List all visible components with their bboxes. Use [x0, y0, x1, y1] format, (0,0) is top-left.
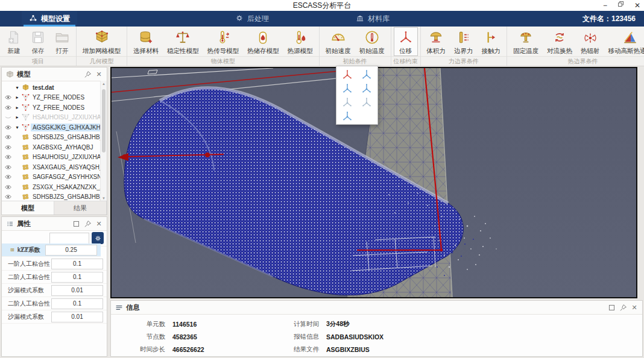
info-value: SADBASIUDSKIOX — [326, 333, 384, 341]
eye-icon[interactable] — [2, 164, 14, 171]
tree-item[interactable]: ▸YZ_FREE_NODES — [2, 102, 101, 113]
info-label: 时间步长 — [128, 345, 165, 354]
tree-item[interactable]: ▾AGSGKJKG_GJHXAJKHXA — [2, 122, 101, 133]
triad-xz-blue-icon[interactable] — [357, 82, 376, 95]
eye-icon[interactable] — [2, 124, 14, 131]
pin-icon[interactable] — [619, 303, 627, 312]
expander-icon[interactable]: ▾ — [14, 125, 21, 130]
toolbar-button-热储存模型[interactable]: 热储存模型 — [243, 27, 283, 56]
pin-icon[interactable] — [83, 70, 92, 78]
toolbar-button-边界力[interactable]: 边界力 — [450, 27, 478, 56]
triad-y-gray-icon[interactable] — [357, 96, 376, 109]
folder-open-icon — [54, 29, 70, 46]
toolbar-button-移动高斯热通量[interactable]: 移动高斯热通量 — [604, 27, 644, 56]
toolbar-button-位移[interactable]: 位移 — [394, 27, 418, 56]
maximize-icon[interactable] — [607, 303, 616, 312]
property-input[interactable]: 0.1 — [51, 259, 103, 269]
property-input[interactable]: 0.01 — [51, 285, 103, 296]
property-input[interactable]: 0.1 — [51, 272, 103, 283]
toolbar-button-保存[interactable]: 保存 — [26, 27, 50, 56]
property-input[interactable]: 0.01 — [51, 312, 103, 322]
eye-icon[interactable] — [2, 94, 14, 101]
tree-item[interactable]: HSAUHOISU_JZXIUXHAHX — [2, 152, 101, 163]
tab-模型设置[interactable]: 模型设置 — [22, 11, 77, 27]
toolbar-button-体积力[interactable]: 体积力 — [423, 27, 450, 56]
restore-icon[interactable] — [617, 0, 625, 11]
triad-xyz-blue-icon[interactable] — [357, 68, 376, 81]
toolbar-button-固定温度[interactable]: 固定温度 — [509, 27, 543, 56]
mesh-icon — [21, 183, 31, 191]
mesh-icon — [21, 143, 31, 151]
tree-item[interactable]: SDHSBJZS_GHSABJHB_ZAHU — [2, 133, 101, 143]
tree-item-label: XAGBSXG_AYHAQBJ — [31, 143, 95, 151]
property-input[interactable]: 0.1 — [51, 298, 103, 309]
panel-tab-结果[interactable]: 结果 — [54, 201, 107, 215]
toolbar-button-热辐射[interactable]: 热辐射 — [576, 27, 604, 56]
temp-circle-icon — [364, 29, 380, 46]
nodes-icon — [21, 104, 31, 111]
tree-item[interactable]: ▸HSAUHOISU_JZXIUXHAHX — [2, 113, 101, 123]
tab-材料库[interactable]: 材料库 — [349, 11, 397, 27]
body-force-icon — [428, 29, 444, 46]
panel-tab-模型[interactable]: 模型 — [2, 201, 54, 215]
tree-scrollbar[interactable]: ▲ ▼ — [100, 81, 107, 201]
toolbar-group-label: 热边界条件 — [507, 56, 644, 66]
toolbar-button-稳定性模型[interactable]: 稳定性模型 — [163, 27, 203, 56]
toolbar-button-热源模型[interactable]: 热源模型 — [283, 27, 317, 56]
scrollbar-thumb[interactable] — [102, 89, 106, 152]
eye-icon[interactable] — [2, 144, 14, 151]
toolbar-button-打开[interactable]: 打开 — [50, 27, 74, 56]
tree-item-label: SDHSBJZS_GHSABJHB_ZAHU — [31, 133, 101, 141]
tree-item[interactable]: ZSXGX_HSAKAZNZXK_AHASX — [2, 182, 101, 192]
close-icon[interactable]: ✕ — [634, 0, 640, 11]
close-icon[interactable]: ✕ — [630, 303, 639, 312]
tree-item[interactable]: SDHSBJZS_GHSABJHB_ZAHU — [2, 192, 101, 202]
tree-item[interactable]: XSAXGAUS_AISYAQSH_ASHX — [2, 162, 101, 172]
material-settings-button[interactable] — [92, 232, 104, 244]
material-name-input[interactable] — [49, 233, 89, 244]
close-icon[interactable]: ✕ — [95, 219, 103, 228]
toolbar-button-初始温度[interactable]: 初始温度 — [355, 27, 389, 56]
tab-后处理[interactable]: 后处理 — [228, 11, 276, 27]
pin-icon[interactable] — [83, 219, 92, 228]
close-icon[interactable]: ✕ — [95, 70, 103, 78]
toolbar-button-新建[interactable]: 新建 — [2, 27, 26, 56]
toolbar-button-对流换热[interactable]: 对流换热 — [543, 27, 576, 56]
mesh-icon — [21, 193, 31, 201]
tree-item[interactable]: SAGFASGZ_ASYHHXSN — [2, 172, 101, 183]
eye-closed-icon[interactable] — [2, 114, 14, 121]
tree-item-label: SDHSBJZS_GHSABJHB_ZAHU — [31, 193, 101, 201]
maximize-icon[interactable] — [72, 219, 80, 228]
triad-x-gray-icon[interactable] — [338, 96, 357, 109]
triad-xy-blue-icon[interactable] — [338, 82, 357, 95]
tree-root-item[interactable]: ▾test.dat — [2, 83, 101, 93]
toolbar-button-热传导模型[interactable]: 热传导模型 — [203, 27, 244, 56]
expander-icon[interactable]: ▸ — [14, 105, 21, 110]
info-value: 3分48秒 — [326, 320, 350, 328]
toolbar-group-label: 几何模型 — [77, 56, 127, 66]
info-panel-title: 信息 — [126, 303, 604, 312]
model-panel-header: 模型 ✕ — [2, 68, 107, 81]
tree-item[interactable]: XAGBSXG_AYHAQBJ — [2, 142, 101, 152]
toolbar-button-增加网格模型[interactable]: 增加网格模型 — [78, 27, 125, 56]
toolbar-button-初始速度[interactable]: 初始速度 — [321, 27, 355, 56]
eye-icon[interactable] — [2, 184, 14, 190]
eye-icon[interactable] — [2, 193, 14, 200]
tree-item[interactable]: ▸YZ_FREE_NODES — [2, 93, 101, 103]
triad-xyz-red-icon[interactable] — [338, 68, 357, 81]
expander-icon[interactable]: ▾ — [14, 85, 21, 90]
toolbar-button-接触力[interactable]: 接触力 — [478, 27, 505, 56]
eye-icon[interactable] — [2, 104, 14, 111]
eye-icon[interactable] — [2, 134, 14, 140]
info-label: 报错信息 — [282, 333, 319, 341]
expander-icon[interactable]: ▸ — [14, 115, 21, 120]
toolbar-button-选择材料[interactable]: 选择材料 — [129, 27, 163, 56]
eye-icon[interactable] — [2, 174, 14, 180]
minimize-icon[interactable]: − — [603, 0, 607, 11]
info-body: 单元数1146516节点数4582365时间步长466526622计算时间3分4… — [111, 314, 642, 356]
expander-icon[interactable]: ▸ — [14, 95, 21, 100]
eye-icon[interactable] — [2, 154, 14, 160]
scroll-up-icon[interactable]: ▲ — [101, 81, 107, 87]
property-input[interactable]: 0.25 — [45, 245, 97, 256]
triad-z-blue-icon[interactable] — [338, 110, 357, 123]
